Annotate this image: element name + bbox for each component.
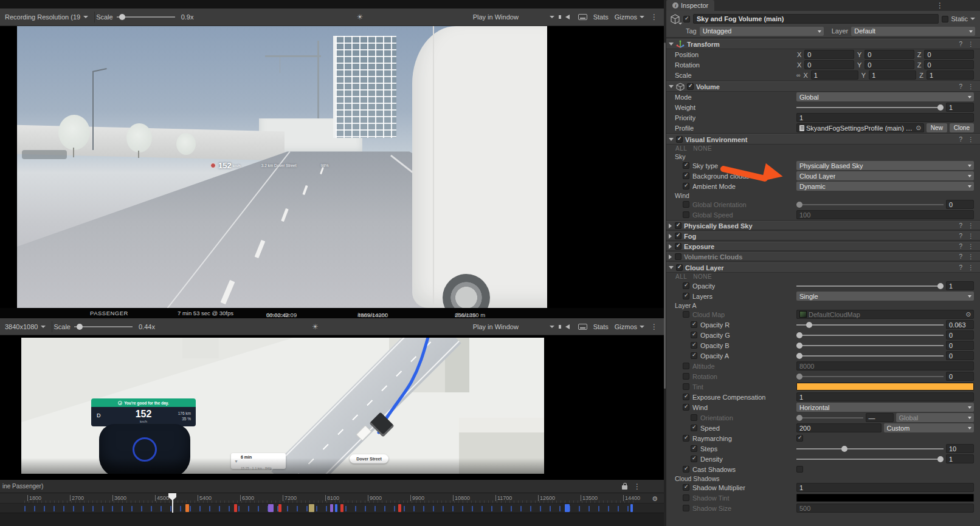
help-icon[interactable]: ? (959, 264, 962, 271)
slider-value-field[interactable]: 0 (946, 372, 974, 381)
timeline-marker[interactable] (234, 504, 237, 512)
property-slider[interactable] (796, 200, 944, 208)
keyboard-icon[interactable] (578, 324, 587, 330)
gameobject-name-field[interactable]: Sky and Fog Volume (main) (693, 14, 939, 24)
tag-dropdown[interactable]: Untagged (700, 27, 824, 36)
gear-icon[interactable]: ⚙ (652, 495, 658, 503)
component-header-volumetric-clouds[interactable]: Volumetric Clouds?⋮ (666, 252, 980, 261)
more-icon[interactable]: ⋮ (968, 222, 974, 229)
property-dropdown[interactable]: Horizontal (796, 403, 974, 412)
foldout-arrow-icon[interactable] (669, 266, 674, 269)
property-field[interactable]: 1 (796, 483, 974, 492)
property-enable-checkbox[interactable] (691, 445, 697, 452)
timeline-marker[interactable] (335, 504, 337, 512)
property-enable-checkbox[interactable] (683, 394, 689, 400)
all-button[interactable]: ALL (675, 273, 687, 280)
component-enable-checkbox[interactable] (687, 83, 694, 90)
display-mode-dropdown[interactable]: Play in Window (468, 13, 559, 21)
property-slider[interactable] (796, 282, 944, 290)
property-dropdown[interactable]: Custom (884, 423, 975, 432)
timeline-marker-lane[interactable] (0, 504, 664, 513)
timeline-marker[interactable] (340, 504, 343, 512)
component-enable-checkbox[interactable] (675, 243, 682, 250)
scale-slider[interactable] (117, 16, 175, 18)
timeline-marker[interactable] (278, 504, 281, 512)
more-icon[interactable]: ⋮ (968, 264, 974, 271)
property-field[interactable]: 100 (796, 210, 974, 219)
timeline-marker[interactable] (330, 504, 333, 512)
property-field[interactable]: 1 (869, 70, 916, 80)
property-field[interactable]: 0 (864, 60, 914, 69)
component-header-volume[interactable]: Volume?⋮ (666, 81, 980, 92)
component-header-visual-environment[interactable]: Visual Environment?⋮ (666, 134, 980, 145)
help-icon[interactable]: ? (959, 222, 962, 229)
slider-value-field[interactable]: 0.063 (946, 320, 974, 329)
property-dropdown[interactable]: Dynamic (796, 182, 974, 191)
timeline-marker[interactable] (630, 504, 633, 512)
slider-value-field[interactable]: 0 (946, 341, 974, 350)
property-enable-checkbox[interactable] (683, 311, 689, 318)
more-icon[interactable]: ⋮ (968, 83, 974, 90)
help-icon[interactable]: ? (959, 41, 962, 47)
component-header-cloud-layer[interactable]: Cloud Layer?⋮ (666, 262, 980, 273)
property-dropdown[interactable]: Physically Based Sky (796, 161, 974, 170)
property-field[interactable]: 200 (796, 423, 882, 432)
scale-slider-knob[interactable] (77, 324, 83, 330)
component-header-transform[interactable]: Transform?⋮ (666, 39, 980, 49)
slider-knob[interactable] (796, 343, 802, 349)
property-enable-checkbox[interactable] (683, 404, 689, 411)
slider-value-field[interactable]: 0 (946, 330, 974, 340)
property-dropdown[interactable]: Global (896, 413, 975, 422)
foldout-arrow-icon[interactable] (669, 224, 672, 228)
property-enable-checkbox[interactable] (691, 456, 697, 462)
tab-inspector[interactable]: i Inspector (666, 0, 714, 11)
foldout-arrow-icon[interactable] (669, 43, 674, 46)
property-field[interactable]: 0 (804, 50, 854, 59)
gameobject-cube-icon[interactable] (670, 14, 680, 24)
property-dropdown[interactable]: Single (796, 292, 974, 301)
none-button[interactable]: NONE (693, 145, 712, 152)
inspector-menu-icon[interactable]: ⋮ (936, 1, 944, 10)
component-enable-checkbox[interactable] (675, 222, 682, 229)
property-slider[interactable] (796, 341, 944, 349)
slider-value-field[interactable]: 0 (946, 351, 974, 360)
timeline-marker[interactable] (565, 504, 570, 512)
foldout-arrow-icon[interactable] (669, 234, 672, 239)
slider-value-field[interactable]: 0 (946, 200, 974, 209)
light-icon[interactable]: ☀ (356, 13, 363, 21)
property-field[interactable]: 0 (864, 50, 914, 59)
object-picker-icon[interactable]: ⊙ (916, 125, 920, 131)
foldout-arrow-icon[interactable] (669, 138, 674, 141)
property-enable-checkbox[interactable] (683, 383, 689, 390)
gizmos-dropdown[interactable]: Gizmos (615, 13, 644, 21)
property-field[interactable]: 0 (924, 50, 974, 59)
property-slider[interactable] (796, 352, 944, 360)
property-enable-checkbox[interactable] (683, 183, 689, 190)
property-field[interactable]: 1 (796, 113, 974, 122)
component-enable-checkbox[interactable] (676, 264, 683, 271)
property-checkbox[interactable] (796, 466, 803, 473)
component-header-physically-based-sky[interactable]: Physically Based Sky?⋮ (666, 221, 980, 230)
more-icon[interactable]: ⋮ (968, 233, 974, 239)
more-icon[interactable]: ⋮ (968, 136, 974, 143)
color-swatch[interactable] (796, 494, 974, 502)
more-icon[interactable]: ⋮ (968, 253, 974, 260)
none-button[interactable]: NONE (693, 273, 712, 280)
slider-knob[interactable] (937, 104, 944, 111)
slider-knob[interactable] (796, 374, 802, 380)
display-mode-dropdown[interactable]: Play in Window (468, 323, 559, 330)
property-enable-checkbox[interactable] (691, 332, 697, 338)
property-enable-checkbox[interactable] (683, 466, 689, 473)
more-icon[interactable]: ⋮ (968, 243, 974, 250)
pane-menu-icon[interactable]: ⋮ (650, 323, 658, 331)
all-button[interactable]: ALL (675, 145, 687, 152)
property-checkbox[interactable] (796, 435, 803, 442)
foldout-arrow-icon[interactable] (669, 85, 674, 88)
more-icon[interactable]: ⋮ (968, 41, 974, 47)
property-field[interactable]: 8000 (796, 361, 974, 371)
component-header-fog[interactable]: Fog?⋮ (666, 231, 980, 241)
new-button[interactable]: New (927, 123, 947, 132)
link-icon[interactable]: ∞ (796, 72, 800, 78)
mute-audio-icon[interactable] (565, 15, 570, 19)
color-swatch[interactable] (796, 383, 974, 391)
